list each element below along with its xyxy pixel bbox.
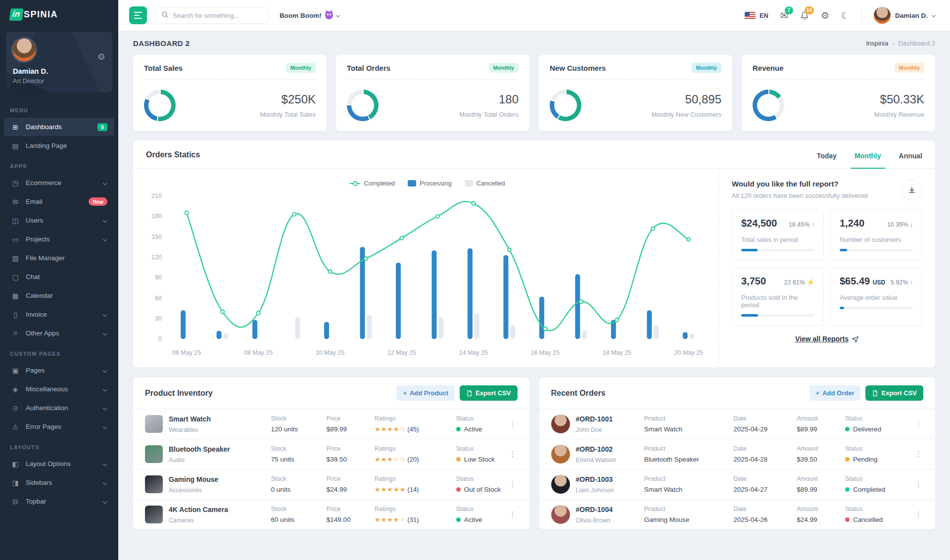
stock-cell: Stock120 units: [271, 415, 326, 433]
export-csv-button[interactable]: Export CSV: [865, 385, 923, 401]
us-flag-icon[interactable]: [745, 12, 756, 19]
breadcrumb-root[interactable]: Inspinia: [866, 40, 888, 47]
sidebar-item-sidebars[interactable]: ◨Sidebars: [4, 473, 114, 492]
stock-cell: Stock75 units: [271, 445, 326, 463]
stat-value: 50,895: [651, 93, 721, 106]
sidebar-item-chat[interactable]: ▢Chat: [4, 268, 114, 286]
miscellaneous-icon: ◈: [11, 385, 20, 393]
tile-progress-fill: [741, 314, 758, 317]
messages-badge: 7: [785, 6, 793, 14]
user-menu[interactable]: Damian D.: [874, 7, 936, 24]
dark-mode-moon-icon[interactable]: ☾: [841, 11, 850, 20]
product-name[interactable]: Bluetooth Speaker: [169, 445, 230, 453]
sidebar-item-error-pages[interactable]: ⚠Error Pages: [4, 418, 114, 436]
sidebar-item-projects[interactable]: ▭Projects: [4, 230, 114, 248]
new-badge: New: [89, 197, 107, 206]
product-thumbnail: [145, 445, 163, 463]
sidebar-item-landing-page[interactable]: ▤Landing Page: [4, 137, 114, 155]
profile-avatar[interactable]: [13, 39, 36, 61]
add-product-button[interactable]: +Add Product: [396, 385, 455, 401]
email-icon: ✉: [11, 198, 20, 206]
plus-icon: +: [816, 389, 820, 397]
add-order-button[interactable]: +Add Order: [809, 385, 861, 401]
messages-icon[interactable]: ✉ 7: [780, 11, 788, 20]
download-report-button[interactable]: [902, 180, 922, 200]
tab-annual[interactable]: Annual: [899, 152, 922, 168]
order-id[interactable]: #ORD-1004: [576, 506, 613, 513]
sidebar-item-label: File Manager: [26, 254, 107, 262]
sidebar-item-users[interactable]: ◫Users: [4, 211, 114, 230]
row-menu-kebab-icon[interactable]: ⋮: [508, 420, 518, 428]
chevron-down-icon: [932, 13, 936, 17]
topbar-right: EN ✉ 7 14 ⚙ ☾ Damian D.: [745, 7, 936, 24]
boom-boom-dropdown[interactable]: Boom Boom!: [280, 11, 340, 19]
sidebar-item-calendar[interactable]: ▦Calendar: [4, 286, 114, 305]
row-menu-kebab-icon[interactable]: ⋮: [914, 510, 923, 519]
sidebar-item-dashboards[interactable]: ⊞Dashboards5: [4, 118, 114, 136]
product-name[interactable]: Gaming Mouse: [169, 475, 218, 483]
svg-text:120: 120: [151, 254, 162, 261]
legend-item-processing[interactable]: Processing: [408, 180, 451, 187]
export-csv-button[interactable]: Export CSV: [460, 385, 518, 401]
ratings-cell: Ratings★★★★★(14): [375, 475, 456, 493]
menu-toggle-button[interactable]: [129, 6, 147, 24]
chevron-down-icon: [103, 387, 107, 391]
chart-legend: CompletedProcessingCancelled: [141, 180, 713, 187]
row-menu-kebab-icon[interactable]: ⋮: [914, 420, 923, 428]
row-menu-kebab-icon[interactable]: ⋮: [914, 450, 923, 459]
sidebar-item-topbar[interactable]: ⊟Topbar: [4, 492, 114, 511]
product-name[interactable]: 4K Action Camera: [169, 506, 228, 513]
sidebar-item-miscellaneous[interactable]: ◈Miscellaneous: [4, 380, 114, 398]
tab-today[interactable]: Today: [817, 152, 837, 168]
product-inventory-rows: Smart Watch Wearables Stock120 units Pri…: [133, 409, 529, 529]
product-row-smart-watch: Smart Watch Wearables Stock120 units Pri…: [133, 409, 529, 439]
logo-mark: in: [9, 8, 24, 21]
chart-title: Orders Statics: [146, 150, 200, 168]
row-menu-kebab-icon[interactable]: ⋮: [508, 510, 518, 519]
legend-item-cancelled[interactable]: Cancelled: [465, 180, 505, 187]
order-id[interactable]: #ORD-1001: [576, 415, 613, 423]
sidebar-item-authentication[interactable]: ⊙Authentication: [4, 399, 114, 417]
row-menu-kebab-icon[interactable]: ⋮: [508, 480, 518, 489]
order-cell: #ORD-1003 Liam Johnson: [551, 475, 644, 494]
app-logo[interactable]: in SPINIA: [0, 0, 118, 29]
sidebar-item-email[interactable]: ✉EmailNew: [4, 192, 114, 211]
status-dot: [456, 487, 461, 492]
sidebar-item-file-manager[interactable]: ▧File Manager: [4, 249, 114, 267]
language-label[interactable]: EN: [760, 12, 768, 19]
sidebar-item-pages[interactable]: ▣Pages: [4, 361, 114, 379]
row-menu-kebab-icon[interactable]: ⋮: [914, 480, 923, 489]
star-rating: ★★★★☆(31): [375, 516, 456, 523]
product-thumbnail: [145, 415, 163, 433]
status-cell: StatusActive: [456, 506, 508, 523]
sidebar-item-layout-options[interactable]: ◧Layout Options: [4, 455, 114, 473]
view-all-reports-link[interactable]: View all Reports: [795, 335, 859, 343]
row-menu-kebab-icon[interactable]: ⋮: [508, 450, 518, 459]
tab-monthly[interactable]: Monthly: [855, 152, 881, 168]
sidebar-item-other-apps[interactable]: ⌗Other Apps: [4, 324, 114, 342]
notifications-bell-icon[interactable]: 14: [800, 11, 809, 20]
order-id[interactable]: #ORD-1002: [576, 445, 613, 453]
status-cell: StatusActive: [456, 415, 508, 433]
status-cell: StatusLow Stock: [456, 445, 508, 463]
svg-text:0: 0: [158, 335, 162, 342]
period-badge: Monthly: [286, 63, 316, 73]
sidebar-item-label: Pages: [26, 367, 97, 374]
plus-icon: +: [403, 389, 407, 397]
pages-icon: ▣: [11, 367, 20, 374]
chevron-down-icon: [103, 480, 107, 484]
product-name[interactable]: Smart Watch: [169, 415, 211, 423]
profile-settings-gear-icon[interactable]: ⚙: [97, 51, 105, 62]
status-dot: [456, 457, 461, 462]
sidebar-item-label: Topbar: [26, 498, 97, 505]
orders-chart[interactable]: 030609012015018021006 May 2508 May 2510 …: [141, 188, 713, 364]
chart-header: Orders Statics TodayMonthlyAnnual: [133, 140, 935, 169]
sidebar-item-label: Authentication: [26, 404, 97, 412]
sidebar-item-invoice[interactable]: ▯Invoice: [4, 305, 114, 324]
sidebar-nav: MENU⊞Dashboards5▤Landing PageAPPS◳Ecomme…: [0, 99, 118, 511]
order-id[interactable]: #ORD-1003: [576, 475, 613, 483]
legend-item-completed[interactable]: Completed: [349, 180, 395, 187]
sidebar-item-ecommerce[interactable]: ◳Ecommerce: [4, 174, 114, 192]
search-input[interactable]: [173, 12, 263, 19]
settings-gear-icon[interactable]: ⚙: [821, 11, 829, 20]
